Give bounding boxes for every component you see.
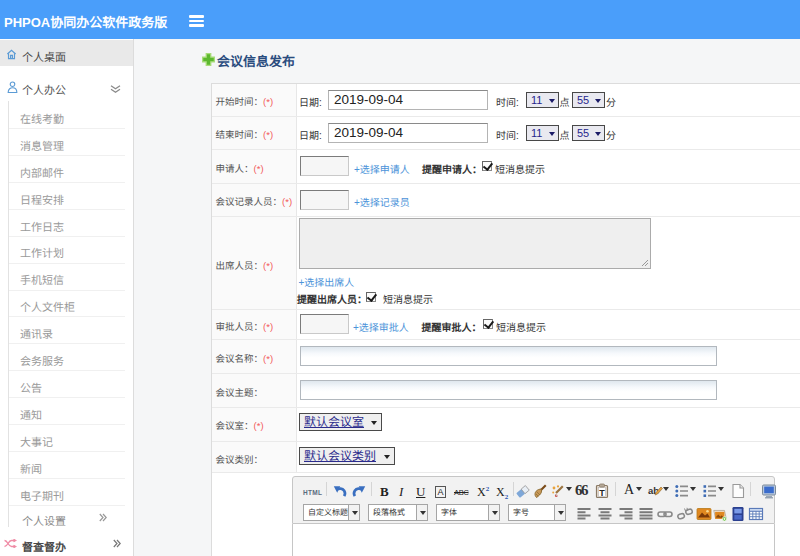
svg-text:T: T (599, 488, 605, 498)
